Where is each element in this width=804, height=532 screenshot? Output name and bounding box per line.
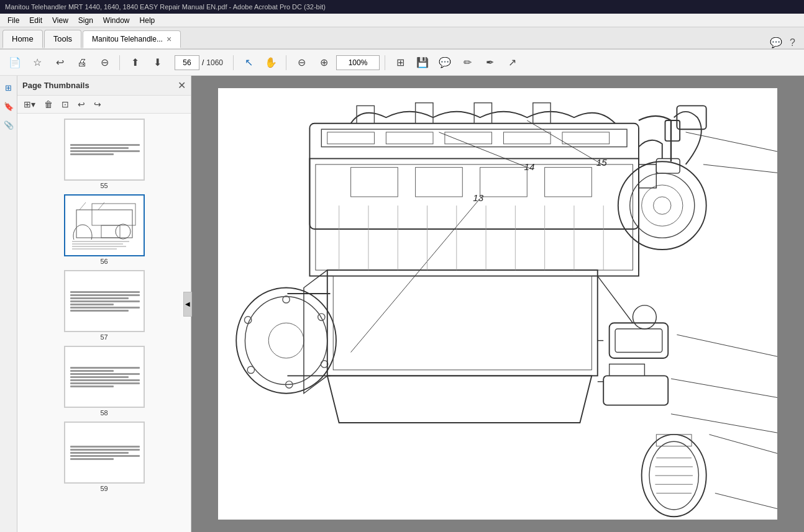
thumbnail-label-56: 56 [100,258,107,265]
sidebar-redo-button[interactable]: ↪ [91,98,104,110]
sidebar-extract-button[interactable]: ⊡ [59,98,71,110]
thumbnail-img-59 [64,422,145,484]
thumbnail-page-59[interactable]: 59 [64,422,145,492]
separator-3 [286,55,286,70]
thumbnail-label-55: 55 [100,182,107,189]
zoom-out-button[interactable]: ⊖ [291,53,311,73]
label-15: 15 [596,157,607,168]
page-number-input[interactable] [175,55,199,70]
tab-tools[interactable]: Tools [44,30,81,48]
hand-tool[interactable]: ✋ [261,53,281,73]
sidebar-content: Page Thumbnails ✕ ⊞▾ 🗑 ⊡ ↩ ↪ [17,76,191,532]
menu-edit[interactable]: Edit [24,15,47,26]
bookmark-button[interactable]: ☆ [27,53,47,73]
zoom-input[interactable] [336,55,380,70]
help-icon[interactable]: ? [790,37,795,48]
label-14: 14 [524,161,535,172]
menu-view[interactable]: View [47,15,73,26]
highlight-button[interactable]: ✏ [457,53,477,73]
thumbnail-img-57 [64,270,145,332]
menu-sign[interactable]: Sign [73,15,98,26]
thumbnail-page-55[interactable]: 55 [64,119,145,189]
sidebar-panel: Page Thumbnails ✕ ⊞▾ 🗑 ⊡ ↩ ↪ [17,76,191,532]
main-area: ⊞ 🔖 📎 Page Thumbnails ✕ ⊞▾ 🗑 ⊡ ↩ ↪ [0,76,804,532]
fit-page-button[interactable]: ⊞ [390,53,410,73]
reduce-size-button[interactable]: ⊖ [94,53,114,73]
thumbnail-label-57: 57 [100,333,107,341]
page-navigation: / 1060 [175,55,223,70]
thumbnail-img-56 [64,194,145,256]
page-separator: / [202,58,204,67]
pdf-page: 13 14 15 16 17 18 19 20 21 22 [218,88,777,520]
separator-1 [119,55,120,70]
thumbnail-page-57[interactable]: 57 [64,270,145,341]
sidebar-actions: ⊞▾ 🗑 ⊡ ↩ ↪ [17,96,191,114]
thumbnail-page-56[interactable]: 56 [64,194,145,265]
titlebar-text: Manitou Telehandler MRT 1440, 1640, 1840… [5,3,326,11]
separator-4 [385,55,385,70]
svg-rect-12 [233,88,762,520]
share-button[interactable]: ↗ [502,53,522,73]
icon-strip: ⊞ 🔖 📎 [0,76,17,532]
thumbnails-icon[interactable]: ⊞ [2,81,16,94]
tab-icons: 💬 ? [764,37,802,48]
sidebar-title: Page Thumbnails [22,81,89,90]
thumbnail-label-59: 59 [100,485,107,492]
bookmarks-icon[interactable]: 🔖 [2,99,16,113]
zoom-in-button[interactable]: ⊕ [314,53,334,73]
attachments-icon[interactable]: 📎 [2,118,16,132]
scroll-up-button[interactable]: ⬆ [125,53,145,73]
tab-close-button[interactable]: × [167,35,171,43]
save-button[interactable]: 💾 [413,53,432,73]
thumbnail-img-58 [64,346,145,408]
pdf-content-area[interactable]: 13 14 15 16 17 18 19 20 21 22 [191,76,804,532]
sidebar-delete-button[interactable]: 🗑 [42,98,55,110]
svg-point-3 [116,224,130,239]
tab-doc-label: Manitou Telehandle... [92,35,163,43]
separator-2 [233,55,234,70]
thumbnails-list: 55 [17,114,191,532]
menubar: File Edit View Sign Window Help [0,14,804,27]
menu-help[interactable]: Help [135,15,160,26]
sidebar-header: Page Thumbnails ✕ [17,76,191,96]
svg-rect-2 [92,204,135,225]
comment-button[interactable]: 💬 [435,53,455,73]
tab-home[interactable]: Home [2,30,43,48]
label-13: 13 [473,192,483,203]
markup-button[interactable]: ✒ [480,53,500,73]
tabbar: Home Tools Manitou Telehandle... × 💬 ? [0,27,804,50]
toolbar: 📄 ☆ ↩ 🖨 ⊖ ⬆ ⬇ / 1060 ↖ ✋ ⊖ ⊕ ⊞ 💾 💬 ✏ ✒ ↗ [0,50,804,76]
print-button[interactable]: 🖨 [72,53,92,73]
engine-diagram-svg: 13 14 15 16 17 18 19 20 21 22 [218,88,777,520]
svg-rect-0 [76,210,132,238]
svg-line-5 [80,202,86,210]
sidebar-collapse-button[interactable]: ◀ [183,292,192,317]
scroll-down-button[interactable]: ⬇ [147,53,167,73]
sidebar-close-button[interactable]: ✕ [178,79,186,91]
cursor-tool[interactable]: ↖ [239,53,258,73]
menu-file[interactable]: File [2,15,24,26]
thumbnail-page-58[interactable]: 58 [64,346,145,417]
sidebar-undo-button[interactable]: ↩ [75,98,88,110]
titlebar: Manitou Telehandler MRT 1440, 1640, 1840… [0,0,804,14]
back-button[interactable]: ↩ [50,53,70,73]
sidebar-options-button[interactable]: ⊞▾ [21,98,38,110]
thumbnail-engine-diagram [67,197,142,253]
tab-document[interactable]: Manitou Telehandle... × [83,30,181,48]
chat-icon[interactable]: 💬 [770,37,782,48]
page-total: 1060 [206,58,223,67]
new-button[interactable]: 📄 [5,53,25,73]
thumbnail-label-58: 58 [100,409,107,417]
menu-window[interactable]: Window [98,15,135,26]
thumbnail-img-55 [64,119,145,181]
